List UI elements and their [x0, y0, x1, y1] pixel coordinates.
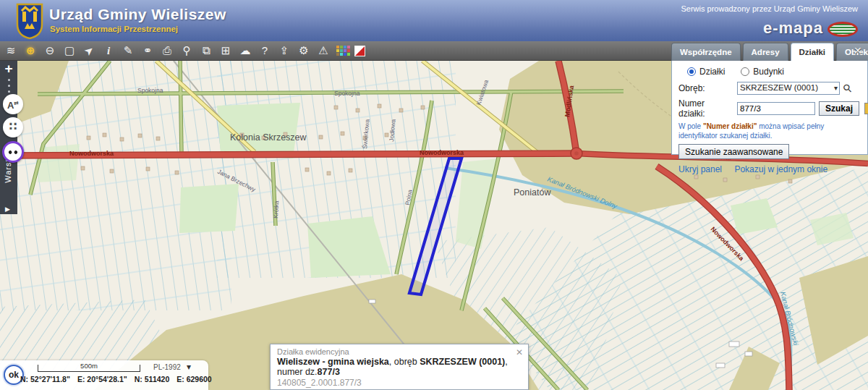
search-hint: W pole "Numer działki" można wpisać pełn…	[678, 122, 861, 140]
search-tabs: Współrzędne Adresy Działki Obiekty	[671, 43, 868, 61]
apps-grid-icon: ∷	[9, 120, 17, 132]
select-area-icon[interactable]: ▢	[63, 43, 76, 58]
map-label-nowodworska-1: Nowodworska	[69, 150, 114, 157]
translate-button[interactable]: A⇄	[3, 94, 23, 114]
radio-dzialki-label: Działki	[699, 67, 725, 77]
tab-obiekty[interactable]: Obiekty	[836, 43, 868, 61]
coord-metric-n: N: 511420	[135, 375, 169, 383]
settings-icon[interactable]: ⚙	[297, 43, 310, 58]
info-icon[interactable]: i	[102, 43, 115, 58]
hide-panel-link[interactable]: Ukryj panel	[678, 164, 722, 174]
app-header: Urząd Gminy Wieliszew System Informacji …	[0, 0, 868, 41]
map-label-spokojna-2: Spokojna	[334, 90, 360, 97]
tab-dzialki[interactable]: Działki	[791, 43, 834, 61]
zoom-plus-button[interactable]: +	[0, 61, 17, 77]
help-icon[interactable]: ?	[258, 43, 271, 58]
layout-panels-icon[interactable]: ⊞	[219, 43, 232, 58]
radio-budynki-dot	[741, 67, 749, 76]
print-icon[interactable]: ⎙	[161, 43, 174, 58]
map-label-spokojna-1: Spokojna	[137, 87, 163, 94]
layers-icon[interactable]: ≋	[4, 43, 17, 58]
coordinates-readout: N: 52°27'11.8" E: 20°54'28.1" N: 511420 …	[20, 375, 205, 383]
parcel-info-popup: Działka ewidencyjna ✕ Wieliszew - gmina …	[270, 344, 529, 390]
pointer-icon[interactable]: ➤	[80, 41, 99, 61]
legend-colors-icon[interactable]	[336, 46, 348, 56]
control-point-icon[interactable]	[354, 46, 365, 56]
obreb-label: Obręb:	[678, 83, 733, 93]
crs-chevron-icon[interactable]: ▾	[187, 362, 191, 372]
coord-geo-n: N: 52°27'11.8"	[20, 375, 70, 383]
map-label-krotka: Krótka	[272, 200, 280, 219]
numer-dzialki-input[interactable]	[737, 102, 815, 115]
map-label-nowodworska-2: Nowodworska	[420, 149, 464, 156]
measure-icon[interactable]: ✎	[122, 43, 135, 58]
coord-metric-e: E: 629600	[176, 375, 211, 383]
map-label-kolonia-skrzeszew: Kolonia Skrzeszew	[230, 132, 307, 143]
export-cloud-icon[interactable]: ⇪	[278, 43, 291, 58]
chevron-down-icon: ▾	[834, 84, 838, 92]
translate-icon: A	[7, 100, 14, 111]
radio-dzialki-dot	[687, 67, 696, 76]
tab-adresy[interactable]: Adresy	[743, 43, 788, 61]
scale-bar: 500m	[38, 365, 140, 372]
layers-panel-arrow-icon: ▶	[5, 205, 10, 213]
coord-geo-e: E: 20°54'28.1"	[77, 375, 127, 383]
radio-budynki-label: Budynki	[753, 67, 784, 77]
crs-selector[interactable]: PL-1992	[153, 363, 181, 371]
tab-wspolrzedne[interactable]: Współrzędne	[671, 43, 741, 61]
popup-close-icon[interactable]: ✕	[516, 347, 523, 357]
compare-views-icon[interactable]: ⧉	[200, 43, 213, 58]
geosystem-logo-icon	[827, 22, 858, 37]
service-note: Serwis prowadzony przez Urząd Gminy Wiel…	[681, 4, 858, 13]
report-issue-icon[interactable]: ⚠	[317, 43, 330, 58]
obreb-selected-value: SKRZESZEW (0001)	[740, 83, 818, 92]
apps-grid-button[interactable]: ∷	[3, 117, 23, 137]
single-window-link[interactable]: Pokazuj w jednym oknie	[734, 164, 827, 174]
search-type-radios: Działki Budynki	[687, 67, 861, 77]
accessibility-widget-button[interactable]	[2, 141, 24, 163]
obreb-search-icon[interactable]: ⚲	[841, 82, 854, 95]
radio-budynki[interactable]: Budynki	[741, 67, 784, 77]
popup-object-id: 140805_2.0001.877/3	[277, 378, 522, 388]
advanced-search-button[interactable]: Szukanie zaawansowane	[678, 144, 789, 159]
page-title: Urząd Gminy Wieliszew	[49, 6, 226, 23]
search-panel-close-icon[interactable]: ✕	[854, 45, 862, 56]
map-label-poniatow: Poniatów	[514, 187, 551, 198]
emapa-brand: e-mapa	[763, 19, 823, 38]
feedback-comment-icon[interactable]: ☁	[239, 43, 252, 58]
popup-type-label: Działka ewidencyjna	[277, 347, 522, 356]
link-icon[interactable]: ⚭	[141, 43, 154, 58]
wieliszew-coat-of-arms	[16, 3, 43, 39]
status-bar: ok 500m PL-1992 ▾ N: 52°27'11.8" E: 20°5…	[0, 360, 208, 390]
popup-title: Wieliszew - gmina wiejska, obręb SKRZESZ…	[277, 357, 522, 377]
page-subtitle: System Informacji Przestrzennej	[50, 25, 178, 33]
zoom-out-icon[interactable]: ⊖	[43, 43, 56, 58]
numer-dzialki-label: Numer działki:	[678, 98, 733, 119]
zoom-in-icon[interactable]: ⊕	[24, 43, 37, 58]
add-marker-icon[interactable]: ⚲	[180, 43, 193, 58]
panel-links: Ukryj panel Pokazuj w jednym oknie	[678, 164, 861, 174]
radio-dzialki[interactable]: Działki	[687, 67, 725, 77]
scale-label: 500m	[38, 362, 140, 370]
result-status-bars	[864, 103, 868, 114]
app-window: Kolonia Skrzeszew Poniatów Spokojna Spok…	[0, 0, 868, 390]
obreb-select[interactable]: SKRZESZEW (0001) ▾	[737, 82, 840, 95]
search-panel: Działki Budynki Obręb: SKRZESZEW (0001) …	[671, 61, 868, 155]
szukaj-button[interactable]: Szukaj	[819, 101, 859, 116]
